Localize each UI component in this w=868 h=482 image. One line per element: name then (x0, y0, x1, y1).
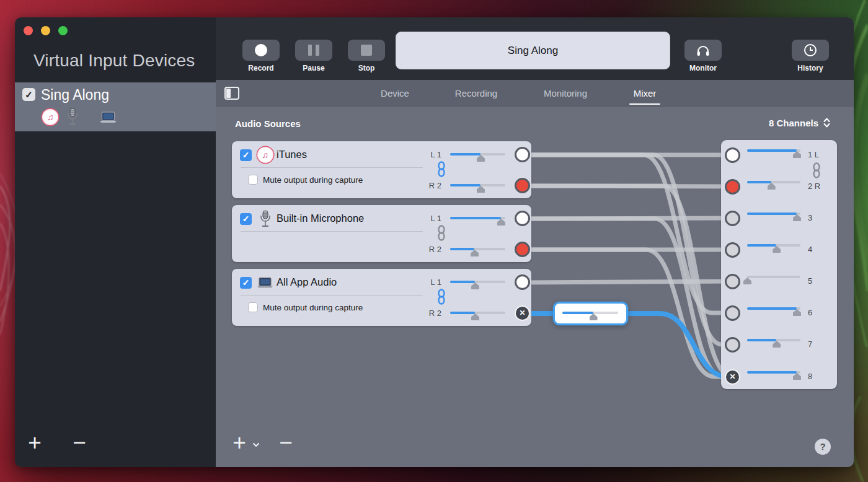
link-channels-icon[interactable] (436, 225, 446, 241)
mute-output-label: Mute output during capture (263, 303, 363, 312)
divider (241, 295, 423, 296)
source-connector-left[interactable] (515, 274, 530, 290)
sidebar-item-sing-along[interactable]: Sing Along ♫ (15, 82, 216, 131)
slider-thumb[interactable] (793, 214, 801, 221)
pause-icon (308, 45, 319, 56)
close-window-button[interactable] (24, 26, 33, 35)
output-row-6: 6 (721, 305, 837, 321)
slider-thumb[interactable] (471, 250, 479, 256)
mute-output-label: Mute output during capture (263, 175, 363, 185)
link-channels-icon[interactable] (436, 289, 446, 305)
output-channel-label: 8 (808, 372, 812, 381)
left-volume-slider[interactable] (450, 150, 505, 160)
help-button[interactable]: ? (815, 439, 831, 455)
slider-thumb[interactable] (497, 219, 505, 226)
link-channels-icon[interactable] (812, 162, 822, 178)
output-volume-slider-2[interactable] (747, 178, 800, 188)
stop-button[interactable] (348, 40, 385, 61)
output-volume-slider-7[interactable] (747, 336, 800, 346)
output-volume-slider-4[interactable] (747, 241, 800, 251)
record-button[interactable] (242, 40, 280, 61)
link-channels-icon[interactable] (436, 161, 446, 177)
output-connector-7[interactable] (725, 337, 740, 353)
slider-thumb[interactable] (773, 341, 781, 348)
source-connector-right[interactable] (515, 242, 530, 257)
minimize-window-button[interactable] (41, 26, 50, 35)
source-enabled-checkbox[interactable] (240, 149, 252, 161)
left-volume-slider[interactable] (450, 278, 505, 287)
wire-gain-popover[interactable] (553, 302, 628, 325)
slider-thumb[interactable] (743, 278, 751, 284)
source-title: Built-in Microphone (277, 213, 364, 224)
left-volume-slider[interactable] (450, 214, 505, 224)
right-channel-label: R 2 (417, 309, 441, 318)
microphone-icon (67, 108, 78, 126)
laptop-icon (257, 277, 273, 289)
output-connector-3[interactable] (725, 211, 740, 226)
left-channel-label: L 1 (417, 278, 441, 287)
slider-thumb[interactable] (471, 313, 479, 320)
output-volume-slider-6[interactable] (747, 304, 800, 314)
right-volume-slider[interactable] (450, 181, 505, 191)
tab-recording[interactable]: Recording (439, 87, 513, 100)
slider-thumb[interactable] (793, 309, 801, 316)
tab-device[interactable]: Device (370, 87, 420, 100)
remove-source-button[interactable]: − (275, 431, 297, 457)
output-row-8: 8 (721, 369, 837, 385)
mixer-wire[interactable] (523, 281, 733, 283)
output-volume-slider-3[interactable] (747, 209, 800, 219)
slider-thumb[interactable] (793, 151, 801, 158)
divider (241, 231, 423, 232)
mute-output-checkbox[interactable] (248, 175, 258, 185)
chevron-down-icon[interactable] (252, 442, 260, 447)
source-connector-right[interactable] (515, 305, 530, 321)
tab-monitoring[interactable]: Monitoring (528, 87, 603, 100)
output-row-1: 1 L (721, 147, 837, 163)
remove-device-button[interactable]: − (68, 431, 91, 457)
left-channel-label: L 1 (417, 150, 441, 160)
slider-thumb[interactable] (768, 183, 776, 190)
output-connector-1[interactable] (725, 147, 740, 163)
output-volume-slider-1[interactable] (747, 146, 800, 156)
output-channel-label: 5 (808, 276, 812, 286)
pause-button[interactable] (295, 40, 332, 61)
output-volume-slider-5[interactable] (747, 273, 800, 283)
slider-thumb[interactable] (471, 283, 479, 289)
sidebar-toggle-icon[interactable] (224, 87, 239, 100)
output-connector-8[interactable] (725, 369, 740, 385)
output-connector-6[interactable] (725, 305, 740, 321)
source-title: All App Audio (277, 276, 337, 288)
add-source-button[interactable]: + (228, 431, 250, 457)
right-volume-slider[interactable] (450, 309, 505, 318)
slider-thumb[interactable] (793, 373, 801, 380)
slider-thumb[interactable] (477, 186, 485, 193)
output-connector-5[interactable] (725, 274, 740, 289)
slider-thumb[interactable] (477, 155, 485, 162)
history-label: History (779, 64, 841, 73)
tab-mixer[interactable]: Mixer (624, 87, 665, 100)
source-enabled-checkbox[interactable] (240, 213, 252, 225)
output-connector-4[interactable] (725, 242, 740, 258)
wire-gain-slider[interactable] (562, 309, 618, 318)
output-channel-label: 6 (808, 308, 812, 317)
mute-output-checkbox[interactable] (248, 302, 258, 312)
channel-count-stepper[interactable]: 8 Channels (769, 117, 831, 128)
source-connector-left[interactable] (515, 147, 530, 162)
output-row-4: 4 (721, 242, 837, 258)
right-volume-slider[interactable] (450, 245, 505, 255)
source-connector-right[interactable] (515, 178, 530, 193)
slider-thumb[interactable] (590, 313, 598, 320)
add-device-button[interactable]: + (24, 431, 46, 457)
headphones-icon (696, 44, 711, 56)
source-title: iTunes (277, 149, 307, 160)
output-volume-slider-8[interactable] (747, 368, 800, 378)
session-name-field[interactable]: Sing Along (396, 32, 670, 69)
slider-thumb[interactable] (773, 246, 781, 253)
monitor-button[interactable] (684, 40, 722, 61)
output-connector-2[interactable] (725, 179, 740, 195)
history-button[interactable] (792, 40, 829, 61)
source-connector-left[interactable] (515, 211, 530, 226)
source-card-microphone: Built-in Microphone L 1 R 2 (232, 205, 531, 262)
source-enabled-checkbox[interactable] (240, 277, 252, 289)
zoom-window-button[interactable] (58, 26, 68, 35)
